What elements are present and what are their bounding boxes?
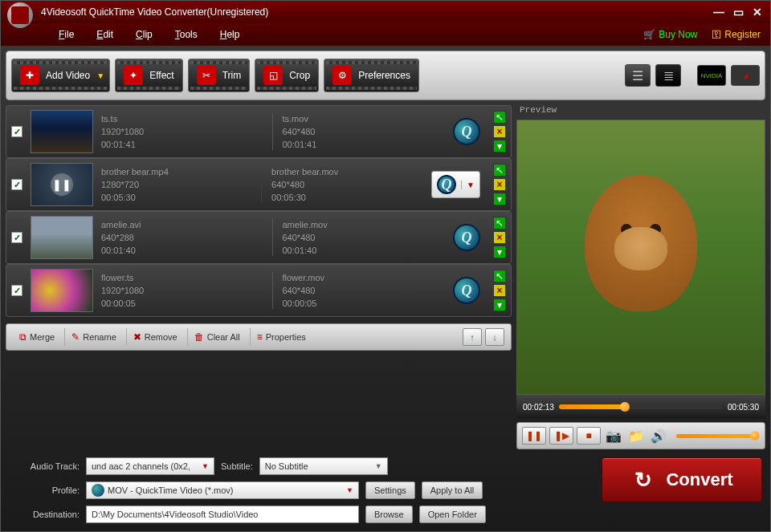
close-window-button[interactable]: ✕	[751, 6, 764, 18]
merge-icon: ⧉	[19, 331, 27, 343]
subtitle-select[interactable]: No Subtitle▼	[259, 457, 388, 475]
properties-icon: ≡	[257, 331, 263, 343]
seek-track[interactable]	[559, 404, 723, 409]
row-actions: ↖×▾	[493, 111, 506, 152]
menu-help[interactable]: Help	[220, 29, 240, 40]
open-folder-button[interactable]: Open Folder	[419, 506, 486, 523]
volume-icon[interactable]: 🔊	[649, 427, 668, 445]
window-title: 4Videosoft QuickTime Video Converter(Unr…	[41, 6, 268, 18]
seek-fill	[559, 404, 625, 409]
rename-button[interactable]: ✎Rename	[64, 328, 123, 346]
effect-button[interactable]: ✦ Effect	[115, 59, 182, 92]
row-remove-button[interactable]: ×	[493, 284, 506, 297]
clear-icon: 🗑	[194, 331, 204, 343]
format-dropdown[interactable]: ▼	[431, 171, 480, 198]
player-controls: ❚❚ ❚▶ ■ 📷 📁 🔊	[516, 422, 765, 449]
apply-to-all-button[interactable]: Apply to All	[422, 481, 483, 499]
step-button[interactable]: ❚▶	[549, 427, 573, 445]
file-checkbox[interactable]: ✓	[11, 179, 22, 190]
source-info: flower.ts1920*108000:00:05	[101, 272, 264, 310]
add-icon: ✚	[20, 66, 39, 85]
browse-button[interactable]: Browse	[365, 506, 413, 523]
preview-pane: Preview 00:02:13 00:05:30 ❚❚ ❚▶ ■ 📷	[516, 105, 765, 449]
menu-tools[interactable]: Tools	[175, 29, 198, 40]
row-edit-button[interactable]: ↖	[493, 164, 506, 177]
row-expand-button[interactable]: ▾	[493, 193, 506, 205]
effect-icon: ✦	[124, 66, 143, 85]
properties-button[interactable]: ≡Properties	[250, 328, 312, 346]
file-checkbox[interactable]: ✓	[11, 126, 22, 137]
stop-button[interactable]: ■	[577, 427, 601, 445]
merge-button[interactable]: ⧉Merge	[13, 328, 61, 346]
destination-label: Destination:	[9, 510, 80, 519]
menu-file[interactable]: File	[59, 29, 74, 40]
pause-button[interactable]: ❚❚	[522, 427, 546, 445]
register-link[interactable]: ⚿Register	[712, 29, 761, 40]
snapshot-button[interactable]: 📷	[604, 427, 623, 445]
minimize-button[interactable]: —	[712, 6, 725, 18]
file-checkbox[interactable]: ✓	[11, 285, 22, 296]
preview-video[interactable]	[516, 120, 765, 395]
trim-button[interactable]: ✂ Trim	[188, 59, 251, 92]
source-resolution: 1920*1080	[101, 126, 264, 137]
output-resolution: 640*480	[271, 179, 423, 190]
view-list-button[interactable]: ☰	[625, 64, 651, 87]
row-edit-button[interactable]: ↖	[493, 111, 506, 124]
output-duration: 00:01:40	[283, 245, 446, 256]
file-row[interactable]: ✓ts.ts1920*108000:01:41ts.mov640*48000:0…	[6, 105, 512, 158]
convert-label: Convert	[666, 469, 732, 490]
row-actions: ↖×▾	[493, 217, 506, 258]
row-edit-button[interactable]: ↖	[493, 217, 506, 229]
volume-thumb[interactable]	[751, 432, 760, 441]
dropdown-arrow-icon: ▼	[461, 181, 475, 189]
remove-button[interactable]: ✖Remove	[126, 328, 184, 346]
row-edit-button[interactable]: ↖	[493, 270, 506, 282]
menu-edit[interactable]: Edit	[96, 29, 113, 40]
menu-clip[interactable]: Clip	[136, 29, 153, 40]
output-filename: ts.mov	[283, 113, 446, 124]
dropdown-arrow-icon: ▼	[96, 71, 104, 80]
trim-label: Trim	[222, 70, 242, 81]
row-expand-button[interactable]: ▾	[493, 246, 506, 258]
crop-button[interactable]: ◱ Crop	[255, 59, 319, 92]
file-row[interactable]: ✓amelie.avi640*28800:01:40amelie.mov640*…	[6, 211, 512, 264]
file-row[interactable]: ✓flower.ts1920*108000:00:05flower.mov640…	[6, 264, 512, 317]
row-expand-button[interactable]: ▾	[493, 140, 506, 152]
settings-button[interactable]: Settings	[365, 481, 415, 499]
output-filename: brother bear.mov	[271, 166, 423, 177]
subtitle-label: Subtitle:	[221, 461, 253, 471]
file-checkbox[interactable]: ✓	[11, 232, 22, 243]
profile-select[interactable]: MOV - QuickTime Video (*.mov)▼	[86, 481, 359, 499]
crop-icon: ◱	[263, 66, 283, 85]
move-up-button[interactable]: ↑	[463, 328, 482, 346]
seek-bar: 00:02:13 00:05:30	[516, 395, 765, 419]
add-video-button[interactable]: ✚ Add Video ▼	[11, 59, 110, 92]
move-down-button[interactable]: ↓	[485, 328, 504, 346]
output-duration: 00:05:30	[271, 192, 423, 203]
preferences-button[interactable]: ⚙ Preferences	[324, 59, 419, 92]
volume-slider[interactable]	[676, 434, 755, 438]
row-remove-button[interactable]: ×	[493, 231, 506, 244]
view-detail-button[interactable]: ≣	[655, 64, 681, 87]
output-duration: 00:01:41	[283, 139, 446, 150]
row-expand-button[interactable]: ▾	[493, 298, 506, 311]
destination-input[interactable]: D:\My Documents\4Videosoft Studio\Video	[86, 506, 359, 523]
buy-now-link[interactable]: 🛒Buy Now	[643, 29, 697, 40]
file-thumbnail: ❚❚	[31, 163, 93, 206]
clear-all-button[interactable]: 🗑Clear All	[187, 328, 247, 346]
source-info: amelie.avi640*28800:01:40	[101, 219, 264, 257]
snapshot-folder-button[interactable]: 📁	[626, 427, 646, 445]
menu-bar: File Edit Clip Tools Help 🛒Buy Now ⚿Regi…	[1, 23, 770, 46]
convert-button[interactable]: ↻ Convert	[602, 457, 762, 502]
row-remove-button[interactable]: ×	[493, 125, 506, 138]
rename-icon: ✎	[71, 331, 80, 343]
source-filename: flower.ts	[101, 272, 264, 283]
file-row[interactable]: ✓❚❚brother bear.mp41280*72000:05:30broth…	[6, 158, 512, 211]
seek-thumb[interactable]	[620, 402, 630, 412]
audio-track-select[interactable]: und aac 2 channels (0x2,▼	[86, 457, 214, 475]
quicktime-icon	[453, 224, 480, 251]
row-remove-button[interactable]: ×	[493, 178, 506, 191]
nvidia-badge: NVIDIA	[697, 65, 726, 86]
maximize-button[interactable]: ▭	[732, 6, 744, 18]
source-filename: brother bear.mp4	[101, 166, 253, 177]
